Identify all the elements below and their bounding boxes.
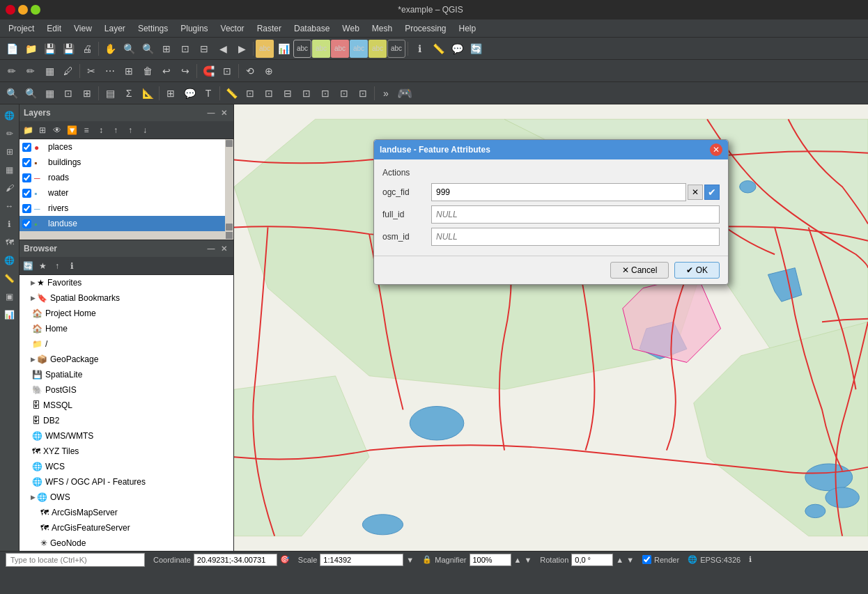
dialog-close-button[interactable]: ✕ (710, 143, 722, 156)
open-btn[interactable]: 📁 (22, 40, 40, 58)
layer-checkbox-buildings[interactable] (22, 158, 31, 167)
layers-add-btn[interactable]: ⊞ (36, 123, 49, 137)
browser-bookmark-btn[interactable]: ★ (36, 259, 49, 273)
select1-btn[interactable]: ▦ (40, 84, 59, 102)
layer-item-landuse[interactable]: ▪landuse (20, 216, 225, 231)
sidebar-paint-icon[interactable]: 🖌 (1, 180, 18, 196)
menu-item-raster[interactable]: Raster (251, 22, 287, 35)
scale-input[interactable] (320, 554, 403, 566)
layer-checkbox-water[interactable] (22, 189, 31, 198)
layer-checkbox-rivers[interactable] (22, 204, 31, 213)
abc1-btn[interactable]: abc (256, 40, 274, 58)
maximize-button[interactable] (31, 5, 40, 15)
layer-checkbox-roads[interactable] (22, 173, 31, 182)
menu-item-web[interactable]: Web (336, 22, 364, 35)
field-input-full_id[interactable] (431, 205, 720, 224)
select7-btn[interactable]: ⊡ (297, 84, 316, 102)
layers-sort-btn[interactable]: ≡ (79, 123, 93, 137)
zoom-out-btn[interactable]: 🔍 (139, 40, 157, 58)
menu-item-settings[interactable]: Settings (132, 22, 173, 35)
select10-btn[interactable]: ⊡ (354, 84, 372, 102)
browser-item-wfs-/-ogc-api---features[interactable]: 🌐WFS / OGC API - Features (20, 474, 233, 490)
chart-btn[interactable]: 📊 (274, 40, 293, 58)
menu-item-view[interactable]: View (68, 22, 98, 35)
abc7-btn[interactable]: abc (387, 40, 405, 58)
sidebar-edit-icon[interactable]: ✏ (1, 125, 18, 142)
measure-btn[interactable]: 📏 (429, 40, 447, 58)
abc4-btn[interactable]: abc (331, 40, 349, 58)
layers-minimize-icon[interactable]: — (206, 107, 217, 118)
menu-item-plugins[interactable]: Plugins (175, 22, 213, 35)
menu-item-vector[interactable]: Vector (215, 22, 250, 35)
field-clear-button[interactable]: ✕ (688, 185, 703, 200)
annotation-btn[interactable]: 💬 (180, 84, 199, 102)
dialog-ok-button[interactable]: ✔ OK (674, 262, 720, 279)
layers-remove-btn[interactable]: ↑ (109, 123, 123, 137)
field-confirm-button[interactable]: ✔ (704, 185, 720, 200)
select5-btn[interactable]: ⊡ (260, 84, 278, 102)
minimize-button[interactable] (18, 5, 28, 15)
browser-item-postgis[interactable]: 🐘PostGIS (20, 382, 233, 398)
layer-item-roads[interactable]: ─roads (20, 170, 225, 185)
browser-refresh-btn[interactable]: 🔄 (21, 259, 35, 273)
browser-minimize-icon[interactable]: — (206, 243, 217, 254)
new-file-btn[interactable]: 📄 (3, 40, 21, 58)
edit5-btn[interactable]: ⊞ (120, 62, 138, 80)
select8-btn[interactable]: ⊡ (316, 84, 334, 102)
layer-item-rivers[interactable]: ─rivers (20, 201, 225, 216)
browser-item-/[interactable]: 📁/ (20, 336, 233, 352)
select-btn[interactable]: ▦ (40, 62, 59, 80)
abc5-btn[interactable]: abc (350, 40, 368, 58)
move-btn[interactable]: ⊕ (260, 62, 278, 80)
sidebar-globe2-icon[interactable]: 🌐 (1, 252, 18, 269)
select9-btn[interactable]: ⊡ (335, 84, 353, 102)
sidebar-grid-icon[interactable]: ▦ (1, 162, 18, 178)
browser-item-db2[interactable]: 🗄DB2 (20, 413, 233, 428)
browser-item-ows[interactable]: ▶🌐OWS (20, 490, 233, 505)
sidebar-globe-icon[interactable]: 🌐 (1, 107, 18, 124)
snap2-btn[interactable]: ⊡ (218, 62, 236, 80)
browser-item-geopackage[interactable]: ▶📦GeoPackage (20, 352, 233, 367)
select2-btn[interactable]: ⊡ (59, 84, 77, 102)
table-btn[interactable]: ▤ (101, 84, 119, 102)
render-checkbox[interactable] (642, 555, 651, 564)
rotate-btn[interactable]: ⟲ (241, 62, 259, 80)
dialog-cancel-button[interactable]: ✕ Cancel (610, 262, 669, 279)
sidebar-info-icon[interactable]: ℹ (1, 216, 18, 233)
browser-item-home[interactable]: 🏠Home (20, 321, 233, 336)
edit3-btn[interactable]: ✂ (82, 62, 100, 80)
browser-up-btn[interactable]: ↑ (50, 259, 64, 273)
edit4-btn[interactable]: ⋯ (101, 62, 119, 80)
digitize-btn[interactable]: 🖊 (59, 62, 77, 80)
layers-open-btn[interactable]: 📁 (21, 123, 35, 137)
zoom-full-btn[interactable]: ⊞ (157, 40, 176, 58)
sidebar-map-icon[interactable]: 🗺 (1, 234, 18, 251)
menu-item-database[interactable]: Database (288, 22, 335, 35)
field-input-ogc_fid[interactable] (431, 183, 686, 201)
redo-btn[interactable]: ↪ (176, 62, 194, 80)
layers-scrollbar[interactable] (225, 139, 233, 231)
map-area[interactable]: landuse - Feature Attributes ✕ Actions o… (234, 104, 868, 551)
refresh-btn[interactable]: 🔄 (467, 40, 485, 58)
menu-item-edit[interactable]: Edit (41, 22, 67, 35)
layers-down-btn[interactable]: ↓ (138, 123, 152, 137)
close-button[interactable] (6, 5, 15, 15)
layers-hscrollbar[interactable] (20, 231, 233, 240)
zoom-cursor-btn[interactable]: 🔍 (22, 84, 40, 102)
rotation-input[interactable] (571, 554, 613, 566)
scale-dropdown-icon[interactable]: ▼ (406, 556, 414, 564)
rotation-up-icon[interactable]: ▲ (616, 556, 623, 564)
browser-item-mssql[interactable]: 🗄MSSQL (20, 398, 233, 413)
menu-item-mesh[interactable]: Mesh (366, 22, 398, 35)
browser-item-wcs[interactable]: 🌐WCS (20, 459, 233, 474)
print-btn[interactable]: 🖨 (78, 40, 96, 58)
magnifier-up-icon[interactable]: ▲ (514, 556, 522, 564)
undo-btn[interactable]: ↩ (157, 62, 176, 80)
abc6-btn[interactable]: abc (369, 40, 387, 58)
zoom-next-btn[interactable]: ▶ (233, 40, 251, 58)
sidebar-move-icon[interactable]: ↔ (1, 198, 18, 214)
layer-item-places[interactable]: ●places (20, 139, 225, 155)
zoom-selection-btn[interactable]: ⊟ (195, 40, 213, 58)
sidebar-layer-icon[interactable]: ⊞ (1, 143, 18, 160)
browser-item-spatial-bookmarks[interactable]: ▶🔖Spatial Bookmarks (20, 290, 233, 306)
